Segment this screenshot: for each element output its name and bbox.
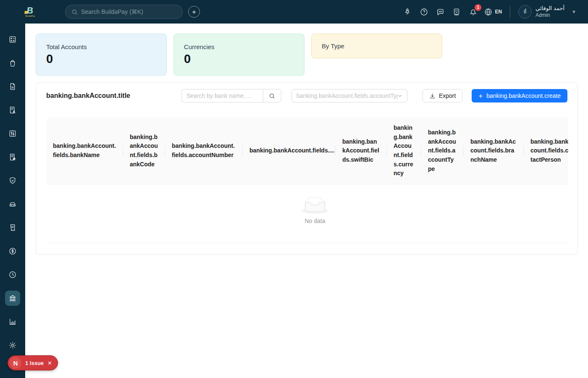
column-header-account-type[interactable]: banking.bankAccount.fields.accountType [421, 118, 464, 184]
sliders-icon [8, 129, 17, 138]
bank-accounts-panel: banking.bankAccount.title banking.bankAc… [36, 82, 578, 255]
avatar: أا [518, 5, 532, 18]
calculator-icon [8, 35, 17, 44]
stat-card-currencies: Currencies 0 [173, 34, 304, 76]
bar-chart-icon [8, 318, 17, 326]
shopping-bag-icon [8, 59, 17, 67]
stat-card-total-accounts: Total Accounts 0 [36, 34, 167, 76]
create-bank-account-button[interactable]: + banking.bankAccount.create [472, 89, 567, 102]
sidebar-item-car[interactable] [5, 197, 20, 212]
table-search [181, 89, 281, 102]
account-type-filter-placeholder: banking.bankAccount.fields.accountType [297, 92, 397, 99]
help-circle-icon [420, 8, 428, 16]
column-header-currency[interactable]: banking.bankAccount.fields.currency [387, 118, 421, 184]
create-label: banking.bankAccount.create [486, 92, 561, 99]
help-button[interactable] [418, 6, 429, 17]
whats-new-button[interactable] [402, 6, 413, 17]
bank-accounts-table: banking.bankAccount.fields.bankName bank… [46, 118, 568, 243]
column-header-bank-name[interactable]: banking.bankAccount.fields.bankName [46, 118, 123, 184]
globe-icon [484, 8, 493, 16]
table-search-button[interactable] [263, 89, 281, 102]
sidebar-item-sliders[interactable] [5, 126, 20, 141]
sidebar-item-document-check[interactable] [5, 150, 20, 165]
sidebar-item-bank[interactable] [5, 291, 20, 306]
issue-count-label: 1 Issue [25, 360, 44, 366]
chevron-down-icon: ▼ [572, 9, 576, 14]
quick-create-button[interactable]: + [188, 6, 200, 18]
stats-row: Total Accounts 0 Currencies 0 By Type [25, 24, 588, 76]
nextjs-logo-icon: N [10, 357, 21, 369]
docs-icon [452, 8, 461, 16]
document-check-icon [8, 153, 17, 161]
table-search-input[interactable] [181, 89, 263, 102]
support-chat-button[interactable] [435, 6, 446, 17]
empty-text: No data [304, 218, 325, 224]
global-search[interactable] [65, 5, 183, 19]
language-switcher[interactable]: EN [484, 8, 502, 16]
car-icon [8, 200, 17, 208]
stat-label: Total Accounts [46, 43, 156, 50]
panel-title: banking.bankAccount.title [46, 92, 130, 100]
docs-button[interactable] [451, 6, 462, 17]
sidebar-item-shield-check[interactable] [5, 173, 20, 188]
column-header-branch-name[interactable]: banking.bankAccount.fields.branchName [464, 118, 524, 184]
download-icon [429, 93, 436, 99]
bank-icon [8, 294, 17, 302]
close-icon[interactable]: ✕ [47, 360, 52, 366]
plus-icon: + [478, 92, 483, 100]
user-menu[interactable]: أا أحمد الوفائي Admin ▼ [518, 5, 578, 18]
sidebar-item-calculator[interactable] [5, 32, 20, 47]
dollar-circle-icon [8, 247, 17, 255]
user-name: أحمد الوفائي [536, 5, 564, 12]
clock-icon [8, 270, 17, 279]
gear-icon [8, 341, 17, 349]
empty-row: No data [46, 184, 568, 243]
user-role: Admin [536, 12, 550, 18]
column-header-contact-person[interactable]: banking.bankAccount.fields.contactPerson [524, 118, 568, 184]
chevron-down-icon [397, 93, 402, 98]
main-content: Total Accounts 0 Currencies 0 By Type ba… [25, 24, 588, 378]
buildapay-logo: B BuildaPay [24, 6, 37, 17]
stat-label: By Type [322, 42, 432, 50]
panel-toolbar: banking.bankAccount.title banking.bankAc… [36, 83, 578, 102]
document-icon [8, 82, 17, 91]
notification-count-badge: 1 [475, 4, 481, 11]
sidebar-item-document-user[interactable] [5, 102, 20, 118]
empty-state: No data [46, 197, 568, 224]
empty-inbox-icon [302, 197, 328, 214]
topbar: B BuildaPay + 1 EN أا أح [0, 0, 588, 24]
logo-b-icon: B [26, 6, 34, 15]
sidebar-item-shopping-bag[interactable] [5, 55, 20, 71]
shield-check-icon [8, 176, 17, 185]
sidebar-item-bar-chart[interactable] [5, 314, 20, 329]
topbar-divider [510, 6, 510, 18]
rocket-icon [403, 8, 412, 16]
stat-card-by-type: By Type [311, 34, 442, 58]
sidebar [0, 24, 25, 378]
sidebar-item-document[interactable] [5, 79, 20, 94]
sidebar-item-clock[interactable] [5, 267, 20, 282]
column-header-iban[interactable]: banking.bankAccount.fields.... [243, 118, 336, 184]
receipt-icon [8, 223, 17, 232]
dev-issue-badge[interactable]: N 1 Issue ✕ [8, 355, 58, 370]
column-header-account-number[interactable]: banking.bankAccount.fields.accountNumber [165, 118, 243, 184]
stat-label: Currencies [184, 43, 294, 50]
export-button[interactable]: Export [423, 89, 462, 102]
search-icon [269, 93, 275, 99]
global-search-input[interactable] [81, 8, 176, 15]
language-label: EN [495, 9, 502, 15]
notifications-button[interactable]: 1 [467, 6, 478, 17]
sidebar-item-dollar[interactable] [5, 244, 20, 259]
logo-wordmark: BuildaPay [26, 15, 35, 17]
search-icon [71, 9, 78, 15]
document-user-icon [8, 106, 17, 114]
chat-bubble-icon [436, 8, 445, 16]
column-header-swift-bic[interactable]: banking.bankAccount.fields.swiftBic [336, 118, 387, 184]
stat-value: 0 [184, 52, 294, 66]
stat-value: 0 [46, 52, 156, 66]
sidebar-item-settings[interactable] [5, 338, 20, 353]
column-header-bank-code[interactable]: banking.bankAccount.fields.bankCode [123, 118, 165, 184]
account-type-filter[interactable]: banking.bankAccount.fields.accountType [291, 89, 407, 102]
table-header-row: banking.bankAccount.fields.bankName bank… [46, 118, 568, 184]
sidebar-item-receipt[interactable] [5, 220, 20, 235]
